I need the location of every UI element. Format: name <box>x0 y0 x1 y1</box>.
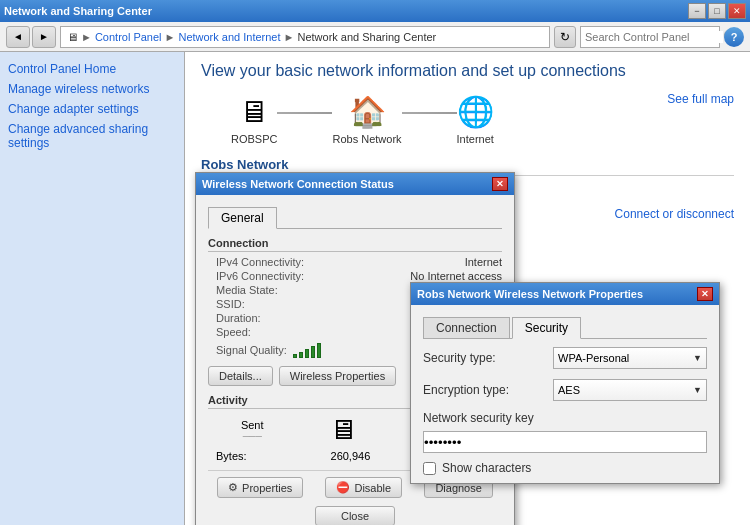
wprop-content: Connection Security Security type: WPA-P… <box>411 305 719 483</box>
maximize-button[interactable]: □ <box>708 3 726 19</box>
bc-control-panel[interactable]: Control Panel <box>95 31 162 43</box>
network-label: Robs Network <box>332 133 401 145</box>
show-chars-label: Show characters <box>442 461 531 475</box>
address-bar: ◄ ► 🖥 ► Control Panel ► Network and Inte… <box>0 22 750 52</box>
media-state-key: Media State: <box>208 284 278 296</box>
sidebar-change-advanced[interactable]: Change advanced sharing settings <box>8 122 176 150</box>
activity-icon: 🖥 <box>329 413 357 446</box>
wprop-title: Robs Network Wireless Network Properties <box>417 288 643 300</box>
close-button-row: Close <box>208 506 502 525</box>
ipv6-row: IPv6 Connectivity: No Internet access <box>208 270 502 282</box>
encryption-type-label: Encryption type: <box>423 383 553 397</box>
minimize-button[interactable]: − <box>688 3 706 19</box>
bar-3 <box>305 349 309 358</box>
bar-2 <box>299 352 303 358</box>
wprop-close-button[interactable]: ✕ <box>697 287 713 301</box>
ipv4-key: IPv4 Connectivity: <box>208 256 304 268</box>
status-dialog-title-bar: Wireless Network Connection Status ✕ <box>196 173 514 195</box>
bytes-label: Bytes: <box>216 450 247 462</box>
properties-icon: ⚙ <box>228 481 238 494</box>
activity-sent: Sent ─── <box>241 419 264 441</box>
net-line-2 <box>402 112 457 114</box>
search-input[interactable] <box>585 31 723 43</box>
internet-icon-item: 🌐 Internet <box>457 94 494 145</box>
close-window-button[interactable]: ✕ <box>728 3 746 19</box>
bc-network-internet[interactable]: Network and Internet <box>178 31 280 43</box>
security-type-row: Security type: WPA-Personal ▼ <box>423 347 707 369</box>
computer-icon-item: 🖥 ROBSPC <box>231 95 277 145</box>
bar-1 <box>293 354 297 358</box>
network-icon: 🏠 <box>349 94 386 129</box>
refresh-button[interactable]: ↻ <box>554 26 576 48</box>
encryption-type-dropdown[interactable]: AES ▼ <box>553 379 707 401</box>
bar-4 <box>311 346 315 358</box>
network-icon-item: 🏠 Robs Network <box>332 94 401 145</box>
network-key-input[interactable] <box>423 431 707 453</box>
tab-connection[interactable]: Connection <box>423 317 510 338</box>
show-chars-checkbox[interactable] <box>423 462 436 475</box>
computer-label: ROBSPC <box>231 133 277 145</box>
wprop-dialog: Robs Network Wireless Network Properties… <box>410 282 720 484</box>
window-chrome: Network and Sharing Center − □ ✕ ◄ ► 🖥 ►… <box>0 0 750 52</box>
back-button[interactable]: ◄ <box>6 26 30 48</box>
security-type-label: Security type: <box>423 351 553 365</box>
main-area: Control Panel Home Manage wireless netwo… <box>0 52 750 525</box>
bc-current: Network and Sharing Center <box>297 31 436 43</box>
search-bar[interactable]: 🔍 <box>580 26 720 48</box>
duration-key: Duration: <box>208 312 261 324</box>
close-button[interactable]: Close <box>315 506 395 525</box>
tab-security[interactable]: Security <box>512 317 581 339</box>
network-key-section: Network security key Show characters <box>423 411 707 475</box>
security-type-dropdown[interactable]: WPA-Personal ▼ <box>553 347 707 369</box>
content-area: View your basic network information and … <box>185 52 750 525</box>
sent-arrow: ─── <box>241 431 264 441</box>
bc-icon: 🖥 <box>67 31 78 43</box>
disable-label: Disable <box>354 482 391 494</box>
security-type-value: WPA-Personal <box>558 352 629 364</box>
ssid-key: SSID: <box>208 298 245 310</box>
ipv6-key: IPv6 Connectivity: <box>208 270 304 282</box>
signal-quality-label: Signal Quality: <box>208 344 287 356</box>
internet-label: Internet <box>457 133 494 145</box>
sidebar-manage-wireless[interactable]: Manage wireless networks <box>8 82 176 96</box>
encryption-type-row: Encryption type: AES ▼ <box>423 379 707 401</box>
net-line-1 <box>277 112 332 114</box>
properties-button[interactable]: ⚙ Properties <box>217 477 303 498</box>
network-activity-icon: 🖥 <box>329 414 357 445</box>
ipv4-row: IPv4 Connectivity: Internet <box>208 256 502 268</box>
help-button[interactable]: ? <box>724 27 744 47</box>
bar-5 <box>317 343 321 358</box>
details-button[interactable]: Details... <box>208 366 273 386</box>
sidebar: Control Panel Home Manage wireless netwo… <box>0 52 185 525</box>
network-diagram: 🖥 ROBSPC 🏠 Robs Network 🌐 Internet <box>201 94 734 145</box>
status-dialog-title: Wireless Network Connection Status <box>202 178 394 190</box>
connect-disconnect-link[interactable]: Connect or disconnect <box>615 207 734 221</box>
dropdown-arrow-2: ▼ <box>693 385 702 395</box>
wprop-tab-bar: Connection Security <box>423 313 707 339</box>
disable-button[interactable]: ⛔ Disable <box>325 477 402 498</box>
ipv6-val: No Internet access <box>410 270 502 282</box>
ipv4-val: Internet <box>465 256 502 268</box>
status-dialog-close-button[interactable]: ✕ <box>492 177 508 191</box>
wprop-title-bar: Robs Network Wireless Network Properties… <box>411 283 719 305</box>
wireless-properties-button[interactable]: Wireless Properties <box>279 366 396 386</box>
network-key-label: Network security key <box>423 411 707 425</box>
breadcrumb: 🖥 ► Control Panel ► Network and Internet… <box>60 26 550 48</box>
sent-bytes: 260,946 <box>331 450 371 462</box>
disable-icon: ⛔ <box>336 481 350 494</box>
properties-label: Properties <box>242 482 292 494</box>
signal-bars <box>293 342 321 358</box>
status-tab-bar: General <box>208 203 502 229</box>
forward-button[interactable]: ► <box>32 26 56 48</box>
nav-buttons: ◄ ► <box>6 26 56 48</box>
sidebar-change-adapter[interactable]: Change adapter settings <box>8 102 176 116</box>
speed-key: Speed: <box>208 326 251 338</box>
window-title: Network and Sharing Center <box>4 5 152 17</box>
tab-general[interactable]: General <box>208 207 277 229</box>
sidebar-control-panel-home[interactable]: Control Panel Home <box>8 62 176 76</box>
show-chars-row: Show characters <box>423 461 707 475</box>
internet-icon: 🌐 <box>457 94 494 129</box>
connection-section-title: Connection <box>208 237 502 252</box>
see-full-map-link[interactable]: See full map <box>667 92 734 106</box>
sent-label: Sent <box>241 419 264 431</box>
